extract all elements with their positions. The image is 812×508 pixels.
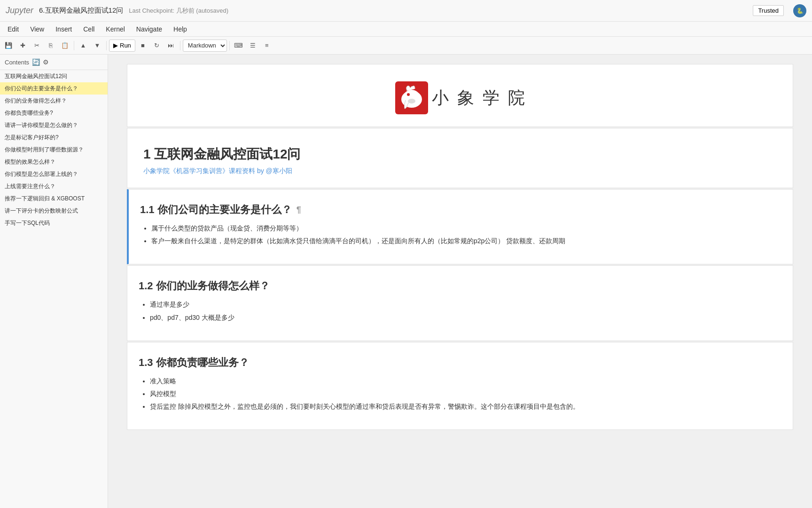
bullet-1-2-1: pd0、pd7、pd30 大概是多少 (150, 312, 783, 324)
section-1-2-bullets: 通过率是多少 pd0、pd7、pd30 大概是多少 (139, 299, 783, 323)
keyboard-shortcuts-button[interactable]: ⌨ (232, 40, 245, 52)
menu-view[interactable]: View (24, 24, 50, 35)
toggle-header-button[interactable]: ☰ (246, 40, 259, 52)
toolbar-separator-2 (106, 41, 107, 50)
title-cell: 1 互联网金融风控面试12问 小象学院《机器学习集训营》课程资料 by @寒小阳 (127, 128, 793, 188)
section-1-1-bullets: 属于什么类型的贷款产品（现金贷、消费分期等等） 客户一般来自什么渠道，是特定的群… (140, 222, 783, 247)
menu-help[interactable]: Help (168, 24, 193, 35)
restart-button[interactable]: ↻ (150, 40, 164, 52)
toolbar: 💾 ✚ ✂ ⎘ 📋 ▲ ▼ ▶ Run ■ ↻ ⏭ Markdown ⌨ ☰ ≡ (0, 37, 812, 55)
section-1-3-cell: 1.3 你都负责哪些业务？ 准入策略 风控模型 贷后监控 除掉风控模型之外，监控… (127, 342, 793, 430)
sidebar-item-1[interactable]: 你们公司的主要业务是什么？ (0, 82, 108, 95)
bullet-1-1-0: 属于什么类型的贷款产品（现金贷、消费分期等等） (151, 222, 783, 234)
sidebar-item-2[interactable]: 你们的业务做得怎么样？ (0, 95, 108, 107)
save-button[interactable]: 💾 (2, 40, 15, 52)
sidebar-refresh-icon[interactable]: 🔄 (32, 58, 40, 66)
main-title: 1 互联网金融风控面试12问 (139, 145, 783, 163)
move-down-button[interactable]: ▼ (91, 40, 104, 52)
paste-cell-button[interactable]: 📋 (58, 40, 71, 52)
sidebar-item-5[interactable]: 怎是标记客户好坏的? (0, 131, 108, 143)
copy-cell-button[interactable]: ⎘ (44, 40, 57, 52)
toolbar-separator-4 (229, 41, 230, 50)
svg-point-3 (407, 93, 410, 96)
bullet-1-3-1: 风控模型 (150, 388, 783, 400)
section-1-1-title: 1.1 你们公司的主要业务是什么？ ¶ (140, 203, 783, 217)
sidebar-item-8[interactable]: 你们模型是怎么部署上线的？ (0, 168, 108, 180)
sidebar-item-6[interactable]: 你做模型时用到了哪些数据源？ (0, 143, 108, 156)
sidebar: Contents 🔄 ⚙ 互联网金融风控面试12问 你们公司的主要业务是什么？ … (0, 55, 108, 508)
checkpoint-info: Last Checkpoint: 几秒前 (autosaved) (129, 7, 228, 15)
trusted-button[interactable]: Trusted (753, 5, 784, 16)
sidebar-item-3[interactable]: 你都负责哪些业务? (0, 107, 108, 119)
subtitle-line: 小象学院《机器学习集训营》课程资料 by @寒小阳 (139, 167, 783, 175)
move-up-button[interactable]: ▲ (77, 40, 90, 52)
toolbar-separator-3 (180, 41, 180, 50)
sidebar-item-4[interactable]: 请讲一讲你模型是怎么做的？ (0, 119, 108, 131)
section-1-1-block: 1.1 你们公司的主要业务是什么？ ¶ 属于什么类型的贷款产品（现金贷、消费分期… (140, 203, 783, 247)
logo-box: 小 象 学 院 (395, 81, 527, 114)
python-icon: 🐍 (793, 4, 806, 17)
elephant-logo-svg (395, 81, 428, 114)
logo-cell: 小 象 学 院 (127, 64, 793, 127)
svg-point-4 (408, 99, 415, 103)
sidebar-item-11[interactable]: 讲一下评分卡的分数映射公式 (0, 205, 108, 217)
sidebar-item-10[interactable]: 推荐一下逻辑回归 & XGBOOST (0, 192, 108, 205)
run-button[interactable]: ▶ Run (109, 40, 135, 52)
section-1-2-cell: 1.2 你们的业务做得怎么样？ 通过率是多少 pd0、pd7、pd30 大概是多… (127, 265, 793, 341)
section-1-2-title: 1.2 你们的业务做得怎么样？ (139, 279, 783, 293)
section-1-3-title: 1.3 你都负责哪些业务？ (139, 356, 783, 370)
pilcrow-1-1[interactable]: ¶ (297, 205, 301, 215)
bullet-1-3-0: 准入策略 (150, 375, 783, 387)
interrupt-button[interactable]: ■ (136, 40, 149, 52)
menu-kernel[interactable]: Kernel (100, 24, 130, 35)
main-layout: Contents 🔄 ⚙ 互联网金融风控面试12问 你们公司的主要业务是什么？ … (0, 55, 812, 508)
run-icon: ▶ (113, 42, 118, 49)
section-1-2-block: 1.2 你们的业务做得怎么样？ 通过率是多少 pd0、pd7、pd30 大概是多… (139, 279, 783, 323)
add-cell-button[interactable]: ✚ (16, 40, 29, 52)
bullet-1-2-0: 通过率是多少 (150, 299, 783, 310)
logo-text-label: 小 象 学 院 (432, 87, 527, 110)
menu-insert[interactable]: Insert (50, 24, 78, 35)
sidebar-item-7[interactable]: 模型的效果怎么样？ (0, 156, 108, 168)
section-1-1-cell: 1.1 你们公司的主要业务是什么？ ¶ 属于什么类型的贷款产品（现金贷、消费分期… (127, 189, 793, 264)
notebook-area: 小 象 学 院 1 互联网金融风控面试12问 小象学院《机器学习集训营》课程资料… (108, 55, 812, 508)
toggle-toolbar-button[interactable]: ≡ (260, 40, 273, 52)
menu-edit[interactable]: Edit (2, 24, 24, 35)
sidebar-header: Contents 🔄 ⚙ (0, 55, 108, 70)
menu-navigate[interactable]: Navigate (131, 24, 168, 35)
sidebar-item-9[interactable]: 上线需要注意什么？ (0, 180, 108, 192)
section-1-3-block: 1.3 你都负责哪些业务？ 准入策略 风控模型 贷后监控 除掉风控模型之外，监控… (139, 356, 783, 413)
title-bar: Jupyter 6.互联网金融风控面试12问 Last Checkpoint: … (0, 0, 812, 22)
author-link[interactable]: @寒小阳 (266, 167, 292, 175)
section-1-3-bullets: 准入策略 风控模型 贷后监控 除掉风控模型之外，监控也是必须的，我们要时刻关心模… (139, 375, 783, 413)
run-label: Run (120, 42, 131, 49)
jupyter-logo: Jupyter (6, 6, 33, 16)
menu-bar: Edit View Insert Cell Kernel Navigate He… (0, 22, 812, 37)
menu-cell[interactable]: Cell (78, 24, 100, 35)
toolbar-separator-1 (74, 41, 74, 50)
cut-cell-button[interactable]: ✂ (30, 40, 43, 52)
xiaoxiang-link[interactable]: 小象学院 (143, 167, 170, 175)
logo-section: 小 象 学 院 (139, 72, 783, 119)
sidebar-item-12[interactable]: 手写一下SQL代码 (0, 217, 108, 229)
bullet-1-3-2: 贷后监控 除掉风控模型之外，监控也是必须的，我们要时刻关心模型的通过率和贷后表现… (150, 401, 783, 413)
sidebar-title-label: Contents (5, 59, 29, 66)
cell-type-select[interactable]: Markdown (183, 40, 227, 52)
sidebar-item-0[interactable]: 互联网金融风控面试12问 (0, 70, 108, 82)
notebook-title[interactable]: 6.互联网金融风控面试12问 (39, 6, 123, 15)
restart-run-button[interactable]: ⏭ (164, 40, 178, 52)
bullet-1-1-1: 客户一般来自什么渠道，是特定的群体（比如滴水贷只借给滴滴平台的司机），还是面向所… (151, 235, 783, 247)
sidebar-settings-icon[interactable]: ⚙ (43, 58, 49, 66)
